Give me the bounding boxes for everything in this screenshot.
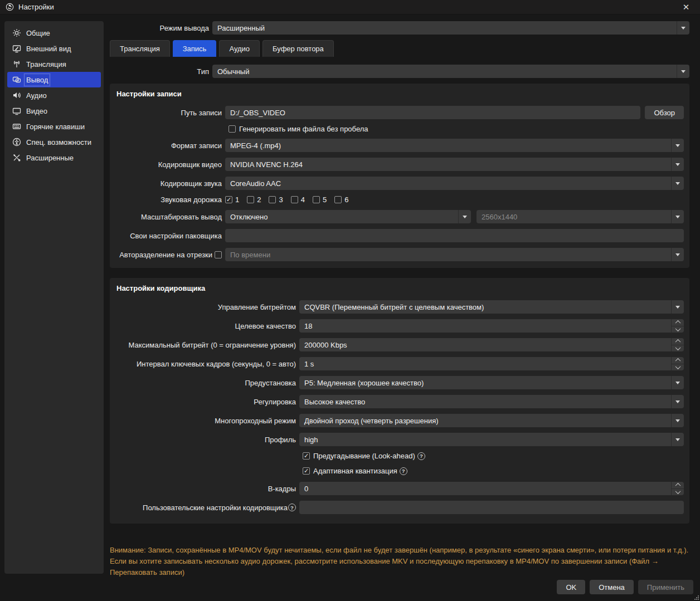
spin-down-icon[interactable]	[672, 364, 684, 371]
sidebar-item-general[interactable]: Общие	[7, 25, 101, 41]
profile-value: high	[299, 433, 671, 446]
multipass-select[interactable]: Двойной проход (четверть разрешения)	[299, 414, 684, 427]
spin-down-icon[interactable]	[672, 326, 684, 333]
audio-track-3-checkbox[interactable]	[269, 196, 276, 203]
sidebar-item-stream[interactable]: Трансляция	[7, 56, 101, 72]
sidebar-item-hotkeys[interactable]: Горячие клавиши	[7, 119, 101, 134]
rate-control-label: Управление битрейтом	[116, 303, 296, 311]
sidebar-item-label: Трансляция	[26, 60, 66, 69]
spin-down-icon[interactable]	[672, 488, 684, 496]
sidebar-item-advanced[interactable]: Расширенные	[7, 150, 101, 165]
tab-streaming[interactable]: Трансляция	[110, 40, 170, 57]
audio-track-4-checkbox[interactable]	[291, 196, 298, 203]
output-icon	[12, 75, 21, 85]
multipass-value: Двойной проход (четверть разрешения)	[299, 414, 671, 427]
keyframe-interval-spinner[interactable]: 1 s	[299, 357, 684, 370]
hotkeys-icon	[12, 122, 21, 131]
recording-type-label: Тип	[110, 67, 209, 76]
audio-track-5: 5	[313, 196, 327, 204]
audio-tracks-group: 1 2 3 4 5	[225, 196, 684, 204]
recording-path-input[interactable]: D:/_OBS_VIDEO	[225, 106, 640, 119]
spinner-buttons[interactable]	[671, 319, 684, 333]
audio-track-2-checkbox[interactable]	[247, 196, 254, 203]
lookahead-checkbox[interactable]	[303, 452, 310, 460]
spin-up-icon[interactable]	[672, 319, 684, 326]
sidebar-item-appearance[interactable]: Внешний вид	[7, 41, 101, 56]
bframes-spinner[interactable]: 0	[299, 482, 684, 495]
spinner-buttons[interactable]	[671, 338, 684, 351]
sidebar-item-output[interactable]: Вывод	[7, 72, 101, 87]
preset-select[interactable]: P5: Медленная (хорошее качество)	[299, 376, 684, 389]
browse-button[interactable]: Обзор	[645, 106, 684, 119]
video-icon	[12, 106, 21, 116]
rescale-mode-select[interactable]: Отключено	[225, 210, 471, 223]
audio-track-1: 1	[225, 196, 239, 204]
help-icon[interactable]: ?	[288, 504, 296, 511]
multipass-label: Многопроходный режим	[116, 417, 296, 425]
audio-encoder-select[interactable]: CoreAudio AAC	[225, 177, 684, 190]
profile-label: Профиль	[116, 436, 296, 444]
help-icon[interactable]: ?	[400, 467, 407, 475]
bframes-label: В-кадры	[116, 485, 296, 493]
filename-no-space-label: Генерировать имя файла без пробела	[239, 125, 368, 133]
filename-no-space-checkbox[interactable]	[229, 125, 236, 133]
video-encoder-select[interactable]: NVIDIA NVENC H.264	[225, 158, 684, 171]
sidebar-item-audio[interactable]: Аудио	[7, 87, 101, 103]
profile-select[interactable]: high	[299, 433, 684, 446]
audio-track-5-checkbox[interactable]	[313, 196, 320, 203]
auto-split-checkbox[interactable]	[215, 251, 222, 258]
sidebar-item-label: Аудио	[26, 91, 47, 100]
audio-tracks-label: Звуковая дорожка	[116, 196, 222, 204]
custom-encoder-settings-row: Пользовательские настройки кодировщика ?	[116, 501, 684, 514]
custom-encoder-settings-input[interactable]	[299, 501, 684, 514]
keyframe-interval-row: Интервал ключевых кадров (секунды, 0 = а…	[116, 357, 684, 370]
spinner-buttons[interactable]	[671, 357, 684, 370]
output-mode-select[interactable]: Расширенный	[212, 21, 689, 35]
window-title: Настройки	[18, 3, 54, 11]
video-encoder-row: Кодировщик видео NVIDIA NVENC H.264	[116, 158, 684, 171]
cq-level-spinner[interactable]: 18	[299, 319, 684, 333]
output-tabs: Трансляция Запись Аудио Буфер повтора	[110, 40, 689, 57]
recording-settings-title: Настройки записи	[116, 90, 684, 98]
apply-button[interactable]: Применить	[638, 580, 693, 594]
sidebar-item-video[interactable]: Видео	[7, 103, 101, 119]
ok-button[interactable]: OK	[557, 580, 585, 594]
tab-replay-buffer[interactable]: Буфер повтора	[262, 40, 334, 57]
adaptive-quant-checkbox[interactable]	[303, 467, 310, 475]
spin-up-icon[interactable]	[672, 338, 684, 345]
spin-down-icon[interactable]	[672, 345, 684, 352]
recording-type-select[interactable]: Обычный	[212, 65, 689, 78]
audio-track-1-checkbox[interactable]	[225, 196, 232, 203]
cq-level-label: Целевое качество	[116, 322, 296, 330]
rescale-resolution-select: 2560x1440	[477, 210, 684, 223]
recording-format-select[interactable]: MPEG-4 (.mp4)	[225, 139, 684, 152]
sidebar-item-accessibility[interactable]: Спец. возможности	[7, 134, 101, 150]
recording-format-row: Формат записи MPEG-4 (.mp4)	[116, 139, 684, 152]
spinner-buttons[interactable]	[671, 482, 684, 495]
audio-track-6-checkbox[interactable]	[334, 196, 342, 203]
chevron-down-icon	[677, 65, 689, 78]
spin-up-icon[interactable]	[672, 357, 684, 364]
audio-track-6-label: 6	[344, 196, 348, 204]
cancel-button[interactable]: Отмена	[590, 580, 634, 594]
chevron-down-icon	[671, 395, 684, 408]
tuning-select[interactable]: Высокое качество	[299, 395, 684, 408]
rate-control-select[interactable]: CQVBR (Переменный битрейт с целевым каче…	[299, 300, 684, 314]
rescale-resolution-value: 2560x1440	[477, 210, 671, 223]
max-bitrate-spinner[interactable]: 200000 Kbps	[299, 338, 684, 351]
profile-row: Профиль high	[116, 433, 684, 446]
close-icon[interactable]: ✕	[678, 1, 694, 14]
custom-encoder-settings-label-group: Пользовательские настройки кодировщика ?	[116, 504, 296, 512]
tab-audio[interactable]: Аудио	[219, 40, 260, 57]
spin-up-icon[interactable]	[672, 482, 684, 488]
tuning-value: Высокое качество	[299, 395, 671, 408]
bframes-row: В-кадры 0	[116, 482, 684, 495]
resize-grip[interactable]	[694, 595, 699, 600]
tab-recording[interactable]: Запись	[173, 40, 217, 57]
chevron-down-icon	[671, 210, 684, 223]
audio-encoder-label: Кодировщик звука	[116, 179, 222, 188]
recording-format-value: MPEG-4 (.mp4)	[225, 139, 671, 152]
muxer-settings-input[interactable]	[225, 229, 684, 242]
help-icon[interactable]: ?	[417, 452, 425, 460]
sidebar-item-label: Внешний вид	[26, 45, 71, 53]
